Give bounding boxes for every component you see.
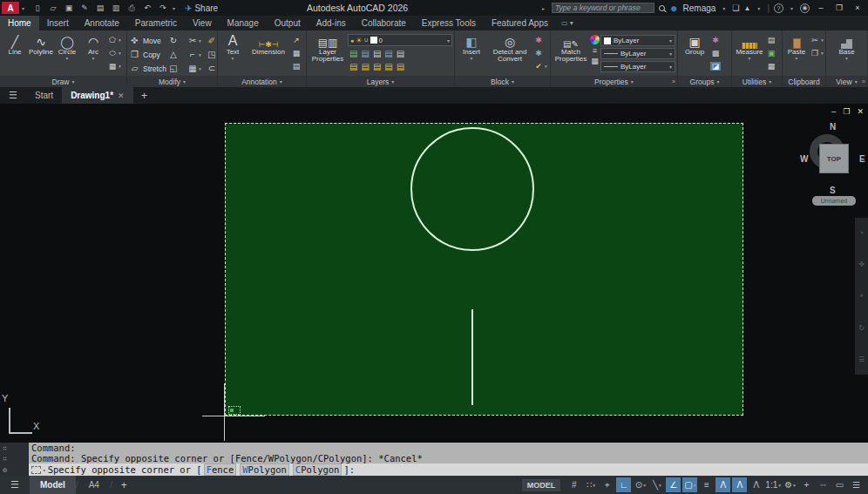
layer-dropdown[interactable]: ● ☀ ∪ 0 ▾ <box>348 34 452 46</box>
orbit-icon[interactable]: ↻ <box>858 324 865 332</box>
annotation-panel-label[interactable]: Annotation▾ <box>218 76 306 87</box>
new-drawing-button[interactable]: + <box>133 87 156 104</box>
clean-screen-icon[interactable]: ▭ ▾ <box>832 477 847 492</box>
ribbon-tab[interactable]: Add-ins <box>309 16 354 30</box>
help-menu-caret-icon[interactable]: ▾ <box>788 5 796 11</box>
publish-icon[interactable]: ▥ <box>109 2 123 14</box>
ribbon-tab[interactable]: View <box>185 16 220 30</box>
command-option-chip[interactable]: Fence <box>204 464 237 476</box>
print-icon[interactable]: ⎙ <box>125 2 139 14</box>
fillet-icon[interactable]: ⌐▾ <box>186 50 206 59</box>
new-file-icon[interactable]: ▯ <box>31 2 44 14</box>
command-option-chip[interactable]: WPolygon <box>240 464 289 476</box>
cart-icon[interactable]: ❑ <box>732 3 739 12</box>
pan-icon[interactable]: ✜ <box>858 261 865 268</box>
search-input[interactable]: Type a keyword or phrase <box>552 3 654 13</box>
new-layout-button[interactable]: + <box>112 476 136 494</box>
viewport-close-icon[interactable]: ✕ <box>857 107 864 116</box>
annotation-visibility-icon[interactable]: Λ ▾ <box>715 477 730 492</box>
close-button[interactable]: × <box>851 3 865 12</box>
ribbon-tab[interactable]: Featured Apps <box>484 16 556 30</box>
circle-tool[interactable]: ◯ Circle ▾ <box>54 32 80 76</box>
compass-east[interactable]: E <box>859 154 865 164</box>
rotate-icon[interactable]: ↻▾ <box>167 36 186 45</box>
viewport-minimize-icon[interactable]: – <box>831 107 836 116</box>
view-panel-label[interactable]: View▾» <box>826 76 867 87</box>
undo-icon[interactable]: ↶ <box>140 2 154 14</box>
lineweight-list-icon[interactable]: ≡ <box>593 46 597 55</box>
snap-mode-icon[interactable]: ∷ ▾ <box>583 477 598 492</box>
grid-icon[interactable]: # ▾ <box>566 477 581 492</box>
layer-off-icon[interactable]: ▤ <box>349 49 357 58</box>
scale-value[interactable]: 1:1 ▾ <box>765 477 781 492</box>
viewport-restore-icon[interactable]: ❐ <box>843 107 850 116</box>
lineweight-dropdown[interactable]: ByLayer ▾ <box>600 48 675 59</box>
command-history-icon[interactable]: ∷ <box>3 455 7 463</box>
polar-tracking-icon[interactable]: ⊙ ▾ <box>633 477 648 492</box>
qat-customize-caret-icon[interactable]: ▾ <box>170 5 178 11</box>
workspace-icon[interactable]: ⚙ ▾ <box>783 477 797 492</box>
share-button[interactable]: ✈ Share <box>185 3 218 13</box>
layout-menu-icon[interactable]: ☰ <box>0 476 30 494</box>
layer-unlock-icon[interactable]: ▤ <box>373 62 381 71</box>
match-properties-button[interactable]: ▤✎ Match Properties <box>553 32 589 76</box>
app-menu-caret-icon[interactable]: ▾ <box>19 5 27 11</box>
dynamic-input-icon[interactable]: ⌖ ▾ <box>600 477 614 492</box>
detect-and-convert-button[interactable]: ◎ Detect and Convert <box>487 32 532 76</box>
id-point-icon[interactable]: ▤ <box>766 34 776 46</box>
autoscale-icon[interactable]: Λ ▾ <box>732 477 747 492</box>
layer-unisolate-icon[interactable]: ▤ <box>349 62 357 71</box>
base-view-button[interactable]: Base ▾ <box>833 32 861 76</box>
ribbon-tab[interactable]: Home <box>0 16 39 30</box>
ribbon-tab[interactable]: Parametric <box>127 16 185 30</box>
quick-select-icon[interactable]: ▣ <box>766 47 776 59</box>
dimension-tool[interactable]: ⊢✱⊣ Dimension <box>247 32 290 76</box>
assistant-icon[interactable]: ◉ <box>800 3 810 13</box>
tab-start[interactable]: Start <box>26 87 62 104</box>
move-tool[interactable]: ✜ Move <box>129 34 166 47</box>
recent-commands-caret-icon[interactable]: ▾ <box>43 467 46 473</box>
command-option-chip[interactable]: CPolygon <box>293 464 342 476</box>
utilities-panel-label[interactable]: Utilities▾ <box>732 76 782 87</box>
tab-drawing1[interactable]: Drawing1* ✕ <box>62 87 132 104</box>
group-edit-icon[interactable]: ▩ <box>710 47 721 59</box>
layer-walk-icon[interactable]: ▤ <box>384 62 392 71</box>
file-tabs-menu-icon[interactable]: ☰ <box>0 87 26 104</box>
redo-icon[interactable]: ↷ <box>156 2 170 14</box>
ribbon-tab[interactable]: Annotate <box>77 16 127 30</box>
insert-block-button[interactable]: ◧ Insert ▾ <box>457 32 486 76</box>
linetype-dropdown[interactable]: ByLayer ▾ <box>600 61 675 72</box>
block-panel-label[interactable]: Block▾ <box>455 76 550 87</box>
model-space-badge[interactable]: MODEL <box>522 479 561 491</box>
autodesk-menu-caret-icon[interactable]: ▾ <box>755 5 763 11</box>
object-snap-icon[interactable]: ▢ ▾ <box>682 477 697 492</box>
object-snap-tracking-icon[interactable]: ∠ ▾ <box>666 477 681 492</box>
command-customize-icon[interactable]: ⚙ <box>3 466 7 474</box>
layers-panel-label[interactable]: Layers▾ <box>307 76 454 87</box>
app-logo[interactable]: A <box>2 2 19 14</box>
viewcube-top-face[interactable]: TOP <box>819 144 849 173</box>
plot-icon[interactable]: ▤ <box>93 2 107 14</box>
layer-thaw-icon[interactable]: ▤ <box>361 62 369 71</box>
scale-icon[interactable]: ◱▾ <box>167 64 186 73</box>
hatch-tool-icon[interactable]: ▦▾ <box>107 60 121 72</box>
help-icon[interactable]: ? <box>774 3 783 13</box>
polyline-tool[interactable]: ∿ Polyline ▾ <box>28 32 54 76</box>
block-attributes-icon[interactable]: ✔▾ <box>533 60 547 72</box>
array-icon[interactable]: ▦▾ <box>186 64 206 73</box>
navigation-bar[interactable]: ◔ ✜ ⌖ ↻ ☰ <box>855 218 868 375</box>
block-create-icon[interactable]: ✱▾ <box>533 47 547 59</box>
leader-icon[interactable]: ↗ <box>291 34 302 46</box>
showmotion-icon[interactable]: ☰ <box>858 355 865 363</box>
stretch-tool[interactable]: ▱ Stretch <box>129 62 166 75</box>
drawn-circle[interactable] <box>410 127 534 251</box>
close-tab-icon[interactable]: ✕ <box>118 91 125 100</box>
user-name[interactable]: Remaga <box>683 3 716 13</box>
markup-icon[interactable]: ▤ <box>291 60 302 72</box>
open-folder-icon[interactable]: ▱ <box>46 2 60 14</box>
layer-freeze-icon[interactable]: ▤ <box>373 49 381 58</box>
search-icon[interactable] <box>659 5 665 11</box>
command-prompt-line[interactable]: ⚙ ▾ Specify opposite corner or [ FenceWP… <box>0 464 868 476</box>
ungroup-icon[interactable]: ✱ <box>710 34 721 46</box>
compass-south[interactable]: S <box>830 186 836 195</box>
